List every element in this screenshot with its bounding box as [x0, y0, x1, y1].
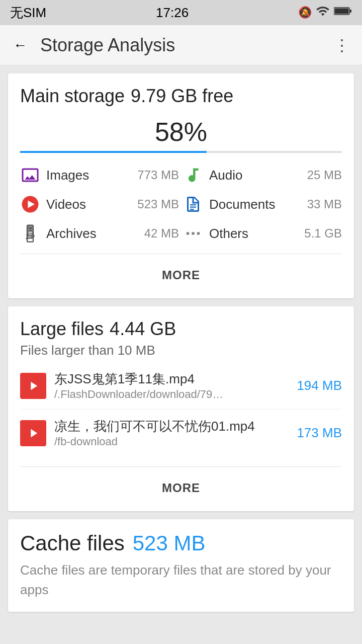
- svg-marker-10: [31, 381, 37, 389]
- back-button[interactable]: ←: [8, 33, 32, 57]
- main-storage-more-button[interactable]: MORE: [162, 268, 200, 282]
- divider-1: [20, 254, 342, 254]
- category-documents: Documents 33 MB: [183, 194, 342, 214]
- svg-point-8: [192, 232, 195, 235]
- archives-label: Archives: [46, 226, 138, 242]
- images-size: 773 MB: [137, 168, 179, 182]
- audio-size: 25 MB: [307, 168, 342, 182]
- cache-files-title: Cache files: [20, 531, 125, 555]
- videos-icon: [20, 194, 40, 214]
- others-label: Others: [209, 226, 298, 242]
- page-title: Storage Analysis: [32, 35, 330, 56]
- carrier-label: 无SIM: [10, 4, 46, 22]
- status-bar: 无SIM 17:26 🔕: [0, 0, 362, 25]
- back-icon: ←: [13, 37, 27, 53]
- file-name-0: 东JSS鬼第1季11集.mp4: [54, 370, 289, 388]
- file-path-0: /.FlashDownloader/download/79…: [54, 388, 289, 401]
- main-storage-title: Main storage: [20, 86, 125, 107]
- status-icons: 🔕: [298, 4, 352, 21]
- large-files-card: Large files 4.44 GB Files larger than 10…: [8, 306, 354, 511]
- documents-size: 33 MB: [307, 197, 342, 211]
- large-files-more-button[interactable]: MORE: [162, 481, 200, 495]
- archives-size: 42 MB: [144, 226, 179, 240]
- large-files-title: Large files: [20, 318, 104, 340]
- large-files-subtitle: Files larger than 10 MB: [20, 343, 342, 358]
- svg-rect-1: [350, 10, 351, 13]
- archives-icon: ZIP: [20, 223, 40, 244]
- category-archives: ZIP Archives 42 MB: [20, 223, 179, 244]
- audio-label: Audio: [209, 168, 301, 183]
- main-storage-more-row[interactable]: MORE: [20, 264, 342, 286]
- content-area: Main storage 9.79 GB free 58% Images 773…: [0, 65, 362, 620]
- category-videos: Videos 523 MB: [20, 194, 179, 214]
- battery-icon: [334, 6, 352, 19]
- file-info-0: 东JSS鬼第1季11集.mp4 /.FlashDownloader/downlo…: [54, 370, 289, 401]
- svg-point-7: [187, 232, 190, 235]
- category-others: Others 5.1 GB: [183, 223, 342, 244]
- category-images: Images 773 MB: [20, 165, 179, 185]
- svg-rect-2: [335, 9, 349, 14]
- categories-grid: Images 773 MB Audio 25 MB: [20, 165, 342, 244]
- cache-files-size: 523 MB: [133, 531, 206, 555]
- file-video-icon-0: [20, 373, 46, 399]
- wifi-icon: [316, 4, 330, 21]
- main-storage-card: Main storage 9.79 GB free 58% Images 773…: [8, 73, 354, 298]
- file-item-0[interactable]: 东JSS鬼第1季11集.mp4 /.FlashDownloader/downlo…: [20, 362, 342, 409]
- file-size-0: 194 MB: [297, 378, 342, 393]
- images-label: Images: [46, 168, 131, 183]
- main-storage-free: 9.79 GB free: [131, 86, 233, 107]
- file-name-1: 凉生，我们可不可以不忧伤01.mp4: [54, 418, 289, 435]
- file-info-1: 凉生，我们可不可以不忧伤01.mp4 /fb-download: [54, 418, 289, 448]
- svg-marker-11: [31, 429, 37, 437]
- videos-label: Videos: [46, 197, 131, 212]
- documents-label: Documents: [209, 197, 301, 212]
- file-item-1[interactable]: 凉生，我们可不可以不忧伤01.mp4 /fb-download 173 MB: [20, 409, 342, 456]
- file-path-1: /fb-download: [54, 435, 289, 448]
- progress-bar-container: [20, 151, 342, 153]
- file-size-1: 173 MB: [297, 425, 342, 441]
- large-files-size: 4.44 GB: [110, 318, 176, 340]
- more-icon: ⋮: [334, 36, 350, 55]
- more-options-button[interactable]: ⋮: [330, 33, 354, 57]
- time-label: 17:26: [156, 5, 189, 21]
- divider-2: [20, 466, 342, 467]
- others-size: 5.1 GB: [304, 226, 342, 240]
- cache-files-description: Cache files are temporary files that are…: [20, 560, 342, 600]
- usage-percent-label: 58%: [20, 117, 342, 147]
- svg-text:ZIP: ZIP: [26, 233, 35, 240]
- files-list: 东JSS鬼第1季11集.mp4 /.FlashDownloader/downlo…: [20, 362, 342, 456]
- file-video-icon-1: [20, 420, 46, 446]
- large-files-more-row[interactable]: MORE: [20, 477, 342, 499]
- mute-icon: 🔕: [298, 6, 312, 19]
- cache-files-card: Cache files 523 MB Cache files are tempo…: [8, 519, 354, 612]
- svg-point-9: [197, 232, 200, 235]
- app-bar: ← Storage Analysis ⋮: [0, 25, 362, 65]
- category-audio: Audio 25 MB: [183, 165, 342, 185]
- documents-icon: [183, 194, 203, 214]
- progress-bar-fill: [20, 151, 207, 153]
- audio-icon: [183, 165, 203, 185]
- images-icon: [20, 165, 40, 185]
- others-icon: [183, 223, 203, 244]
- videos-size: 523 MB: [137, 197, 179, 211]
